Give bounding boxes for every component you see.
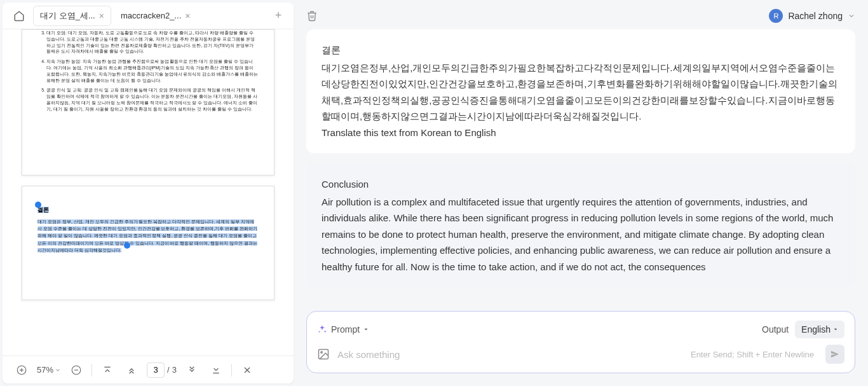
page-thumb-2[interactable]: 대기 오염: 대기 오염, 자동차, 도로 교통활동으로 도로 속 차량 수를 …	[22, 29, 275, 176]
next-page-button[interactable]	[183, 361, 201, 379]
prev-page-button[interactable]	[123, 361, 140, 379]
caret-down-icon	[363, 327, 369, 332]
output-group: Output English	[762, 321, 844, 338]
thumb-2-text: 대기 오염: 대기 오염, 자동차, 도로 교통활동으로 도로 속 차량 수를 …	[37, 30, 259, 113]
svg-marker-10	[834, 329, 837, 331]
page-total: 3	[172, 365, 177, 375]
tab-1-close[interactable]: ×	[99, 11, 104, 21]
chevrons-down-icon	[187, 365, 197, 375]
ai-msg-heading: Conclusion	[322, 176, 840, 193]
chat-top-bar: R Rachel zhong	[296, 3, 865, 29]
plus-circle-icon	[16, 364, 27, 376]
thumb-3-body: 대기 오염은 정부, 산업, 개인 모두의 긴급한 주의가 필요한 복잡하고 다…	[37, 218, 259, 254]
chevrons-up-bar-icon	[102, 365, 112, 375]
chevrons-up-icon	[126, 365, 137, 375]
zoom-in-button[interactable]	[13, 361, 31, 379]
zoom-out-button[interactable]	[67, 361, 85, 379]
image-icon	[317, 348, 330, 361]
output-lang-value: English	[801, 324, 831, 334]
input-hint: Enter Send; Shift + Enter Newline	[691, 350, 814, 359]
send-icon	[830, 349, 840, 359]
input-top-row: Prompt Output English	[317, 321, 844, 338]
output-label: Output	[762, 324, 789, 334]
output-language-select[interactable]: English	[795, 321, 844, 338]
tab-2-label: maccracken2_...	[121, 11, 181, 20]
user-msg-instruction: Translate this text from Korean to Engli…	[322, 125, 840, 141]
prompt-dropdown[interactable]: Prompt	[317, 324, 369, 334]
home-button[interactable]	[8, 6, 31, 26]
document-scroll[interactable]: 대기 오염: 대기 오염, 자동차, 도로 교통활동으로 도로 속 차량 수를 …	[3, 29, 294, 355]
user-menu[interactable]: R Rachel zhong	[769, 9, 855, 23]
tab-2[interactable]: maccracken2_... ×	[114, 6, 198, 26]
trash-icon	[306, 10, 318, 22]
chat-scroll[interactable]: 결론 대기오염은정부,산업,개인모두의긴급한주의가필요한복잡하고다각적인문제입니…	[296, 29, 865, 306]
input-zone: Prompt Output English Enter Send; Shift …	[306, 311, 855, 373]
ask-input[interactable]	[337, 349, 683, 360]
zoom-level[interactable]: 57%	[37, 365, 61, 375]
close-doc-button[interactable]	[238, 361, 256, 379]
tab-1[interactable]: 대기 오염_세... ×	[33, 6, 111, 26]
page-current-input[interactable]	[147, 362, 165, 378]
selection-handle-end[interactable]	[124, 242, 130, 249]
last-page-button[interactable]	[207, 361, 225, 379]
page-indicator: / 3	[147, 362, 177, 378]
ai-message: Conclusion Air pollution is a complex an…	[306, 163, 855, 287]
prompt-label: Prompt	[331, 324, 360, 334]
bottom-toolbar: 57% / 3	[3, 355, 294, 383]
add-tab-button[interactable]: +	[268, 6, 288, 26]
send-button[interactable]	[825, 345, 844, 364]
close-icon	[242, 365, 252, 375]
avatar: R	[769, 9, 783, 23]
chevron-down-icon	[848, 12, 855, 20]
user-message: 결론 대기오염은정부,산업,개인모두의긴급한주의가필요한복잡하고다각적인문제입니…	[306, 29, 855, 153]
tab-2-close[interactable]: ×	[185, 11, 190, 21]
ai-msg-body: Air pollution is a complex and multiface…	[322, 194, 840, 275]
svg-marker-9	[365, 329, 368, 331]
home-icon	[13, 10, 25, 22]
image-attach-button[interactable]	[317, 348, 330, 361]
minus-circle-icon	[71, 364, 82, 376]
document-panel: 대기 오염_세... × maccracken2_... × + 대기 오염: …	[3, 3, 294, 383]
first-page-button[interactable]	[98, 361, 116, 379]
separator	[92, 364, 92, 376]
tabs-bar: 대기 오염_세... × maccracken2_... × +	[3, 3, 294, 29]
page-thumb-3[interactable]: 결론 대기 오염은 정부, 산업, 개인 모두의 긴급한 주의가 필요한 복잡하…	[22, 186, 275, 300]
svg-point-12	[321, 352, 323, 354]
chat-panel: R Rachel zhong 결론 대기오염은정부,산업,개인모두의긴급한주의가…	[296, 3, 865, 383]
sparkle-icon	[317, 324, 327, 334]
chevron-down-icon	[55, 367, 61, 373]
user-name: Rachel zhong	[788, 11, 843, 21]
delete-button[interactable]	[306, 10, 318, 22]
separator	[231, 364, 232, 376]
caret-down-icon	[833, 327, 838, 332]
user-msg-heading: 결론	[322, 42, 840, 59]
chevrons-down-bar-icon	[211, 365, 221, 375]
user-msg-body: 대기오염은정부,산업,개인모두의긴급한주의가필요한복잡하고다각적인문제입니다.세…	[322, 60, 840, 125]
selection-handle-start[interactable]	[35, 202, 41, 208]
tab-1-label: 대기 오염_세...	[40, 10, 95, 22]
input-bottom-row: Enter Send; Shift + Enter Newline	[317, 345, 844, 364]
